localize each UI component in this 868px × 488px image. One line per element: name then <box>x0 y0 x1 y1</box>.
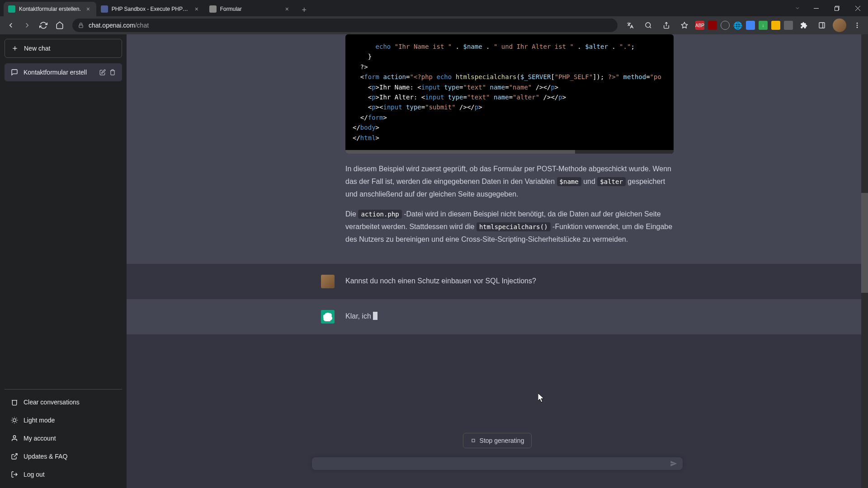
close-tab-icon[interactable]: × <box>283 5 291 13</box>
share-icon[interactable] <box>659 18 674 33</box>
svg-rect-2 <box>835 7 838 10</box>
stop-label: Stop generating <box>480 437 524 444</box>
assistant-text: In diesem Beispiel wird zuerst geprüft, … <box>345 163 674 246</box>
window-controls <box>806 6 868 11</box>
clear-conversations-button[interactable]: Clear conversations <box>5 393 122 411</box>
text: und <box>583 178 597 185</box>
inline-code: $name <box>557 177 581 186</box>
svg-line-19 <box>12 418 13 418</box>
chat-main: echo "Ihr Name ist " . $name . " und Ihr… <box>127 34 868 488</box>
code-content[interactable]: echo "Ihr Name ist " . $name . " und Ihr… <box>345 34 674 150</box>
svg-line-20 <box>16 422 17 422</box>
extension-icons: ABP 🌐 ↓ <box>623 18 864 33</box>
browser-tab-2[interactable]: PHP Sandbox - Execute PHP cod × <box>96 2 205 16</box>
sidebar-footer: Clear conversations Light mode My accoun… <box>5 389 122 483</box>
stop-icon <box>471 438 476 443</box>
tab-title: Kontaktformular erstellen. <box>19 6 81 12</box>
translate-icon[interactable] <box>623 18 637 33</box>
home-button[interactable] <box>52 18 67 33</box>
new-chat-label: New chat <box>24 45 50 52</box>
chat-scroll[interactable]: echo "Ihr Name ist " . $name . " und Ihr… <box>127 34 868 488</box>
sidebar-item-label: Clear conversations <box>24 399 80 406</box>
user-icon <box>11 435 18 442</box>
svg-point-16 <box>13 419 16 422</box>
ext-icon[interactable] <box>746 21 755 30</box>
message-icon <box>11 69 18 76</box>
bookmark-icon[interactable] <box>677 18 692 33</box>
edit-chat-icon[interactable] <box>99 69 106 75</box>
sidebar: New chat Kontaktformular erstell Clear c… <box>0 34 127 488</box>
tab-strip: Kontaktformular erstellen. × PHP Sandbox… <box>0 0 311 16</box>
new-tab-button[interactable]: + <box>298 4 311 16</box>
reload-button[interactable] <box>36 18 51 33</box>
plus-icon <box>11 45 19 52</box>
delete-chat-icon[interactable] <box>109 69 116 75</box>
profile-avatar[interactable] <box>833 19 846 32</box>
favicon-icon <box>8 5 15 13</box>
address-bar[interactable]: chat.openai.com/chat <box>72 19 618 32</box>
stop-generating-button[interactable]: Stop generating <box>463 433 532 448</box>
sun-icon <box>11 417 18 424</box>
updates-faq-button[interactable]: Updates & FAQ <box>5 447 122 465</box>
chat-list: Kontaktformular erstell <box>5 63 122 389</box>
scrollbar-thumb[interactable] <box>861 193 868 293</box>
sidebar-item-label: Log out <box>24 471 45 478</box>
chat-title: Kontaktformular erstell <box>24 69 94 76</box>
side-panel-button[interactable] <box>815 18 829 33</box>
svg-point-6 <box>646 23 651 28</box>
lock-icon <box>78 22 84 28</box>
svg-rect-5 <box>79 25 83 28</box>
sidebar-item-label: Light mode <box>24 417 55 424</box>
url-path: /chat <box>135 22 149 29</box>
my-account-button[interactable]: My account <box>5 429 122 447</box>
vertical-scrollbar[interactable] <box>861 34 868 488</box>
forward-button[interactable] <box>20 18 34 33</box>
minimize-button[interactable] <box>806 6 826 11</box>
ext-icon[interactable] <box>721 21 730 30</box>
favicon-icon <box>209 5 217 13</box>
user-text: Kannst du noch einen Schutz einbauen vor… <box>345 275 674 288</box>
ext-icon[interactable] <box>771 21 780 30</box>
browser-tab-3[interactable]: Formular × <box>205 2 295 16</box>
zoom-icon[interactable] <box>641 18 656 33</box>
ext-icon[interactable]: ↓ <box>759 21 768 30</box>
assistant-message: echo "Ihr Name ist " . $name . " und Ihr… <box>127 34 868 264</box>
logout-icon <box>11 471 18 478</box>
inline-code: action.php <box>358 210 401 219</box>
svg-rect-28 <box>472 439 475 442</box>
send-button[interactable] <box>670 460 677 467</box>
browser-titlebar: Kontaktformular erstellen. × PHP Sandbox… <box>0 0 868 16</box>
input-area: Stop generating <box>127 424 868 488</box>
user-message: Kannst du noch einen Schutz einbauen vor… <box>127 264 868 299</box>
close-tab-icon[interactable]: × <box>85 5 92 13</box>
ext-icon[interactable] <box>784 21 793 30</box>
light-mode-button[interactable]: Light mode <box>5 411 122 429</box>
svg-line-7 <box>650 27 651 28</box>
chat-input[interactable] <box>312 457 683 470</box>
ext-icon[interactable] <box>708 21 717 30</box>
tab-search-button[interactable] <box>789 5 806 11</box>
back-button[interactable] <box>4 18 18 33</box>
chat-list-item[interactable]: Kontaktformular erstell <box>5 63 122 81</box>
maximize-button[interactable] <box>826 6 847 11</box>
browser-tab-1[interactable]: Kontaktformular erstellen. × <box>4 2 96 16</box>
tab-title: Formular <box>220 6 280 12</box>
browser-menu-button[interactable] <box>850 18 864 33</box>
new-chat-button[interactable]: New chat <box>5 39 122 58</box>
close-window-button[interactable] <box>847 6 868 11</box>
favicon-icon <box>101 5 108 13</box>
svg-rect-9 <box>819 23 825 28</box>
svg-point-11 <box>857 23 858 24</box>
ext-icon[interactable]: 🌐 <box>733 21 742 30</box>
logout-button[interactable]: Log out <box>5 465 122 483</box>
assistant-message-streaming: Klar, ich <box>127 299 868 334</box>
extensions-button[interactable] <box>797 18 811 33</box>
svg-point-12 <box>857 25 858 26</box>
adblock-ext-icon[interactable]: ABP <box>695 21 704 30</box>
horizontal-scrollbar[interactable] <box>345 150 674 154</box>
svg-line-26 <box>14 454 17 457</box>
openai-avatar <box>321 310 335 324</box>
tab-title: PHP Sandbox - Execute PHP cod <box>112 6 189 12</box>
close-tab-icon[interactable]: × <box>193 5 200 13</box>
inline-code: htmlspecialchars() <box>476 222 551 231</box>
